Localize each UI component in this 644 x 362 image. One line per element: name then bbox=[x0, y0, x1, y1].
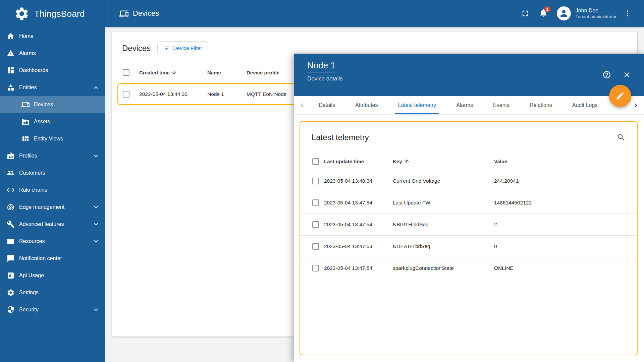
select-all-cell bbox=[300, 158, 324, 165]
chevron-left-icon bbox=[298, 101, 306, 109]
row-checkbox[interactable] bbox=[123, 91, 129, 98]
column-label: Name bbox=[207, 70, 221, 75]
device-details-panel: Node 1 Device details Details Attributes… bbox=[294, 54, 644, 362]
search-icon[interactable] bbox=[617, 133, 626, 142]
topbar-actions: 1 John Doe Tenant administrator bbox=[521, 6, 632, 20]
sidebar-item-settings[interactable]: Settings bbox=[0, 284, 105, 301]
chevron-down-icon bbox=[92, 237, 100, 245]
sidebar-item-assets[interactable]: Assets bbox=[0, 113, 105, 130]
sidebar-item-security[interactable]: Security bbox=[0, 301, 105, 318]
sidebar-item-entities[interactable]: Entities bbox=[0, 79, 105, 96]
row-checkbox-cell bbox=[300, 243, 324, 250]
telemetry-row[interactable]: 2023-05-04 13:47:54 NBIRTH bdSeq 2 bbox=[300, 214, 637, 236]
sidebar-item-label: Resources bbox=[19, 238, 45, 244]
sidebar-item-notification-center[interactable]: Notification center bbox=[0, 250, 105, 267]
telemetry-row[interactable]: 2023-05-04 13:47:54 sparkplugConnectionS… bbox=[300, 257, 637, 279]
table-pagination: Items per page: 10 1 – 5 of 5 bbox=[300, 360, 638, 362]
last-update-time-cell: 2023-05-04 13:48:34 bbox=[324, 178, 393, 184]
sidebar-item-customers[interactable]: Customers bbox=[0, 164, 105, 181]
people-icon bbox=[7, 169, 15, 177]
row-checkbox-cell bbox=[300, 221, 324, 228]
column-label: Device profile bbox=[247, 70, 279, 75]
row-checkbox[interactable] bbox=[312, 199, 319, 206]
sidebar-item-edge-management[interactable]: Edge management bbox=[0, 198, 105, 216]
sidebar-item-label: Settings bbox=[19, 290, 39, 296]
tab-alarms[interactable]: Alarms bbox=[446, 96, 483, 114]
telemetry-table-header-row: Last update time Key Value bbox=[300, 153, 637, 170]
edit-fab-button[interactable] bbox=[609, 85, 631, 107]
column-header-last-update-time[interactable]: Last update time bbox=[324, 159, 393, 164]
value-cell: 2 bbox=[494, 222, 637, 228]
value-cell: 244.20941 bbox=[494, 178, 637, 184]
sidebar-item-entity-views[interactable]: Entity Views bbox=[0, 130, 105, 147]
sidebar-item-dashboards[interactable]: Dashboards bbox=[0, 62, 105, 79]
sidebar-item-label: Entity Views bbox=[34, 136, 63, 142]
column-header-name[interactable]: Name bbox=[207, 70, 247, 75]
tabs-scroll-left-chevron-icon[interactable] bbox=[296, 96, 309, 114]
tab-details[interactable]: Details bbox=[309, 96, 345, 114]
sidebar-item-rule-chains[interactable]: Rule chains bbox=[0, 181, 105, 198]
user-role: Tenant administrator bbox=[576, 14, 616, 20]
telemetry-row[interactable]: 2023-05-04 13:48:34 Current Grid Voltage… bbox=[300, 170, 637, 192]
help-icon[interactable] bbox=[602, 70, 611, 79]
tab-attributes[interactable]: Attributes bbox=[345, 96, 388, 114]
row-checkbox-cell bbox=[118, 91, 139, 98]
column-header-value[interactable]: Value bbox=[494, 159, 637, 164]
device-filter-button[interactable]: Device Filter bbox=[157, 41, 208, 55]
sidebar-item-alarms[interactable]: Alarms bbox=[0, 45, 105, 62]
sidebar-nav: Home Alarms Dashboards Entities Devices bbox=[0, 27, 105, 318]
details-tabs: Details Attributes Latest telemetry Alar… bbox=[294, 96, 644, 115]
close-icon[interactable] bbox=[623, 70, 631, 79]
details-tab-content: Latest telemetry Last update time Key Va… bbox=[294, 121, 644, 362]
sidebar: ThingsBoard Home Alarms Dashboards Entit… bbox=[0, 0, 105, 362]
select-all-checkbox[interactable] bbox=[123, 69, 129, 76]
tab-latest-telemetry[interactable]: Latest telemetry bbox=[388, 96, 446, 114]
chevron-right-icon bbox=[632, 101, 640, 109]
column-header-created-time[interactable]: Created time bbox=[139, 70, 207, 75]
dashboard-grid-icon bbox=[7, 66, 15, 74]
column-label: Created time bbox=[139, 70, 170, 75]
fullscreen-icon[interactable] bbox=[521, 9, 530, 18]
building-icon bbox=[21, 118, 30, 126]
sidebar-item-label: Notification center bbox=[19, 255, 62, 261]
details-panel-header: Node 1 Device details bbox=[294, 54, 644, 96]
column-header-key[interactable]: Key bbox=[393, 159, 494, 164]
sidebar-item-home[interactable]: Home bbox=[0, 27, 105, 45]
logo[interactable]: ThingsBoard bbox=[0, 0, 105, 27]
topbar: Devices 1 John Doe Tenant administrator bbox=[105, 0, 644, 27]
key-cell: Last Update FW bbox=[393, 200, 494, 206]
devices-icon bbox=[21, 101, 30, 109]
user-info: John Doe Tenant administrator bbox=[576, 7, 616, 20]
select-all-checkbox[interactable] bbox=[312, 158, 319, 165]
row-checkbox[interactable] bbox=[312, 243, 319, 250]
sidebar-item-profiles[interactable]: Profiles bbox=[0, 147, 105, 164]
sidebar-item-api-usage[interactable]: Api Usage bbox=[0, 267, 105, 284]
kebab-menu-icon[interactable] bbox=[623, 9, 632, 18]
sidebar-item-label: Customers bbox=[19, 170, 45, 176]
value-cell: ONLINE bbox=[494, 265, 637, 271]
tabs-scroll-right-chevron-icon[interactable] bbox=[629, 96, 642, 114]
tab-relations[interactable]: Relations bbox=[520, 96, 562, 114]
tab-events[interactable]: Events bbox=[483, 96, 520, 114]
sidebar-item-advanced-features[interactable]: Advanced features bbox=[0, 216, 105, 233]
device-filter-label: Device Filter bbox=[173, 45, 202, 51]
telemetry-row[interactable]: 2023-05-04 13:47:53 NDEATH bdSeq 0 bbox=[300, 236, 637, 257]
notification-badge: 1 bbox=[544, 6, 550, 12]
sidebar-item-resources[interactable]: Resources bbox=[0, 233, 105, 250]
avatar[interactable] bbox=[557, 6, 571, 20]
notifications-button[interactable]: 1 bbox=[539, 8, 548, 19]
thingsboard-logo-gear-icon bbox=[14, 6, 30, 21]
sidebar-item-label: Security bbox=[19, 307, 39, 313]
column-label: Key bbox=[393, 159, 402, 164]
tab-audit-logs[interactable]: Audit Logs bbox=[562, 96, 608, 114]
sidebar-item-label: Edge management bbox=[19, 204, 64, 210]
row-checkbox[interactable] bbox=[312, 221, 319, 228]
user-name: John Doe bbox=[576, 7, 616, 14]
row-checkbox[interactable] bbox=[312, 178, 319, 184]
entity-subtitle: Device details bbox=[307, 75, 644, 82]
entity-title[interactable]: Node 1 bbox=[307, 60, 335, 72]
row-checkbox[interactable] bbox=[312, 265, 319, 272]
sidebar-item-devices[interactable]: Devices bbox=[0, 96, 105, 113]
telemetry-row[interactable]: 2023-05-04 13:47:54 Last Update FW 14861… bbox=[300, 192, 637, 214]
key-cell: NDEATH bdSeq bbox=[393, 243, 494, 249]
